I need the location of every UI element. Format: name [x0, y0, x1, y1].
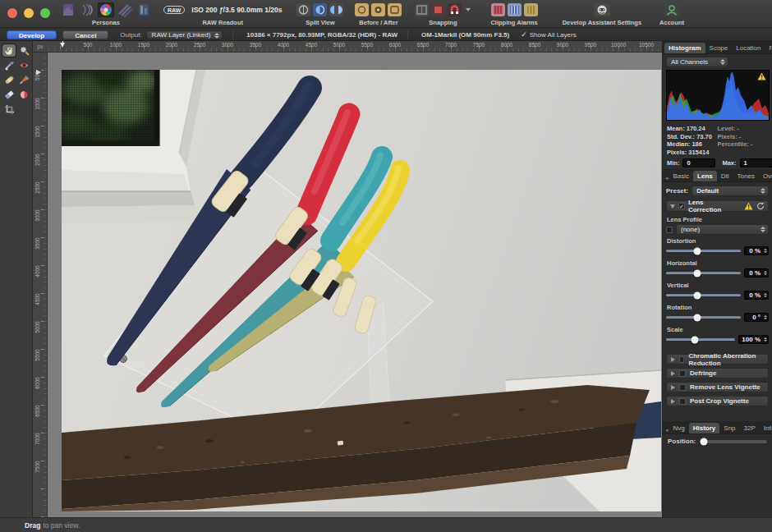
channel-selector-dropdown[interactable]: All Channels: [666, 57, 728, 67]
ruler-tick-label: 4500: [34, 287, 40, 312]
raw-readout-label: RAW Readout: [202, 19, 243, 26]
section-checkbox[interactable]: [679, 370, 686, 377]
max-input[interactable]: 1: [740, 158, 772, 167]
section-post-crop-vignette[interactable]: Post Crop Vignette: [666, 396, 769, 406]
ruler-tick-label: 5000: [333, 42, 345, 48]
tab-scope[interactable]: Scope: [705, 43, 733, 53]
command-bar: Develop Cancel Output: RAW Layer (Linked…: [0, 29, 772, 41]
tab-basic[interactable]: Basic: [669, 171, 694, 181]
section-remove-lens-vignette[interactable]: Remove Lens Vignette: [666, 382, 769, 392]
ruler-tick-label: 1000: [110, 42, 122, 48]
split-view-off-icon[interactable]: [296, 3, 310, 16]
window: [62, 70, 160, 146]
ruler-tick-label: 2000: [34, 148, 40, 172]
snapping-dropdown-icon[interactable]: [466, 8, 471, 11]
snapping-grid-icon[interactable]: [415, 3, 429, 16]
lens-profile-checkbox[interactable]: [666, 227, 673, 233]
crop-tool[interactable]: [2, 103, 16, 116]
tab-navigator[interactable]: Nvg: [669, 423, 689, 433]
overlay-gradient-tool[interactable]: [17, 89, 30, 101]
ruler-tick-label: 9000: [557, 42, 568, 48]
tab-history[interactable]: History: [689, 423, 720, 433]
tone-mapping-persona-icon[interactable]: [117, 2, 133, 17]
ruler-tick-label: 4500: [306, 42, 317, 48]
split-view-mirror-icon[interactable]: [329, 3, 343, 16]
liquify-persona-icon[interactable]: [79, 2, 95, 17]
preset-dropdown[interactable]: Default: [692, 186, 769, 196]
section-checkbox[interactable]: [679, 398, 686, 405]
expand-arrow-icon[interactable]: [670, 204, 675, 209]
history-position-slider[interactable]: [700, 440, 767, 443]
photo-persona-icon[interactable]: [60, 2, 76, 17]
export-persona-icon[interactable]: [136, 2, 152, 17]
close-window-icon[interactable]: [7, 8, 17, 18]
ruler-tick-label: 7000: [445, 42, 457, 48]
expand-arrow-icon[interactable]: [671, 357, 675, 362]
vertical-ruler[interactable]: 5001000150020002500300035004000450050005…: [33, 53, 48, 517]
snapping-candidates-icon[interactable]: [431, 3, 445, 16]
split-view-split-icon[interactable]: [313, 3, 327, 16]
horizontal-ruler[interactable]: 5001000150020002500300035004000450050005…: [48, 41, 662, 53]
account-icon[interactable]: [664, 3, 680, 16]
clipping-highlights-icon[interactable]: [508, 3, 522, 16]
overlay-paint-tool[interactable]: [17, 74, 30, 86]
ruler-tick-label: 2000: [166, 42, 177, 48]
before-after-icon[interactable]: [371, 3, 385, 16]
white-balance-tool[interactable]: [2, 59, 16, 71]
ruler-tick-label: 1000: [34, 92, 40, 117]
expand-arrow-icon[interactable]: [671, 385, 675, 390]
document-canvas[interactable]: [48, 53, 662, 517]
reset-icon[interactable]: [756, 202, 765, 210]
develop-assistant-group: Develop Assistant Settings: [563, 2, 641, 26]
after-icon[interactable]: [388, 3, 402, 16]
tab-overlays[interactable]: Ovr: [759, 171, 772, 181]
min-input[interactable]: 0: [682, 158, 715, 167]
lens-correction-checkbox[interactable]: ✓: [678, 203, 685, 209]
zoom-tool[interactable]: [17, 44, 30, 57]
rotation-slider[interactable]: 0 °: [663, 312, 772, 323]
collapse-panel-icon[interactable]: ◂: [664, 427, 669, 433]
section-chromatic-aberration[interactable]: Chromatic Aberration Reduction: [666, 354, 769, 365]
tab-tones[interactable]: Tones: [733, 171, 759, 181]
red-eye-removal-tool[interactable]: [17, 59, 30, 71]
show-all-layers-checkbox[interactable]: ✓ Show All Layers: [521, 30, 576, 39]
output-dropdown[interactable]: RAW Layer (Linked): [146, 30, 223, 39]
clipping-shadows-icon[interactable]: [491, 3, 505, 16]
blemish-removal-tool[interactable]: [2, 74, 16, 86]
distortion-slider[interactable]: 0 %: [663, 245, 772, 257]
develop-persona-icon[interactable]: [98, 2, 114, 17]
snapping-magnet-icon[interactable]: [448, 3, 462, 16]
collapse-panel-icon[interactable]: ◂: [664, 175, 669, 181]
ruler-tick-label: 3000: [34, 204, 40, 228]
cancel-button[interactable]: Cancel: [62, 30, 108, 39]
ruler-tick-label: 5500: [361, 42, 373, 48]
section-checkbox[interactable]: [679, 384, 686, 391]
lens-correction-header[interactable]: ✓ Lens Correction: [666, 200, 769, 212]
develop-button[interactable]: Develop: [7, 30, 57, 39]
develop-assistant-icon[interactable]: [594, 3, 610, 16]
clipping-saturation-icon[interactable]: [524, 3, 538, 16]
tab-lens[interactable]: Lens: [693, 171, 717, 181]
tab-focus[interactable]: Focus: [765, 43, 772, 53]
tab-32bit-preview[interactable]: 32P: [740, 423, 760, 433]
expand-arrow-icon[interactable]: [671, 399, 675, 404]
section-defringe[interactable]: Defringe: [666, 368, 769, 378]
scale-slider[interactable]: 100 %: [663, 334, 772, 346]
lens-profile-dropdown[interactable]: (none): [676, 224, 769, 235]
overlay-erase-tool[interactable]: [2, 89, 16, 101]
view-tool[interactable]: [2, 44, 16, 57]
zoom-window-icon[interactable]: [40, 8, 50, 18]
minimize-window-icon[interactable]: [24, 8, 34, 18]
expand-arrow-icon[interactable]: [671, 371, 675, 376]
horizontal-slider[interactable]: 0 %: [663, 268, 772, 279]
tab-detail[interactable]: Dtl: [717, 171, 733, 181]
tab-location[interactable]: Location: [732, 43, 765, 53]
histogram-warning-icon[interactable]: [757, 72, 766, 80]
tab-snapshots[interactable]: Snp: [719, 423, 739, 433]
tab-info[interactable]: Info: [760, 423, 772, 433]
status-bar: Drag to pan view.: [0, 517, 772, 532]
section-checkbox[interactable]: [679, 356, 684, 363]
vertical-slider[interactable]: 0 %: [663, 290, 772, 301]
tab-histogram[interactable]: Histogram: [664, 43, 705, 53]
before-icon[interactable]: [355, 3, 369, 16]
